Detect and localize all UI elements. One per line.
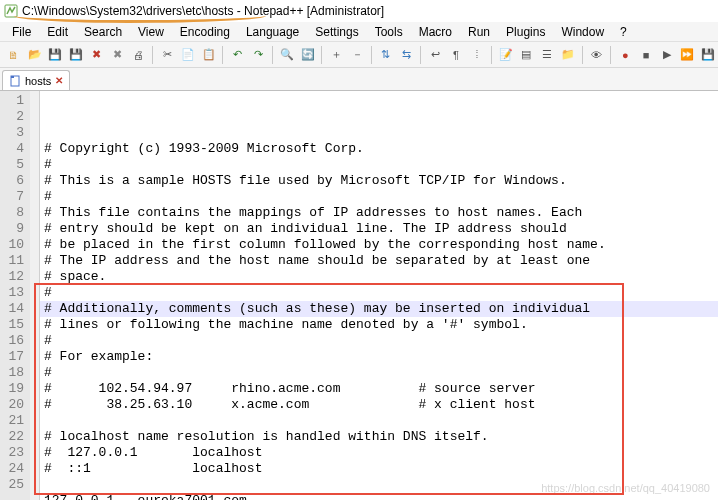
code-line[interactable]: # lines or following the machine name de… (44, 317, 718, 333)
redo-icon[interactable]: ↷ (248, 45, 268, 65)
fold-margin (30, 91, 40, 500)
toolbar-separator (610, 46, 611, 64)
cut-icon[interactable]: ✂ (157, 45, 177, 65)
line-number: 24 (0, 461, 24, 477)
code-line[interactable]: # Copyright (c) 1993-2009 Microsoft Corp… (44, 141, 718, 157)
menu-tools[interactable]: Tools (367, 23, 411, 41)
line-number: 22 (0, 429, 24, 445)
code-area[interactable]: # Copyright (c) 1993-2009 Microsoft Corp… (40, 91, 718, 500)
monitor-icon[interactable]: 👁 (587, 45, 607, 65)
menu-view[interactable]: View (130, 23, 172, 41)
doc-map-icon[interactable]: ▤ (516, 45, 536, 65)
code-line[interactable]: # 102.54.94.97 rhino.acme.com # source s… (44, 381, 718, 397)
line-number: 3 (0, 125, 24, 141)
tab-close-icon[interactable]: ✕ (55, 75, 63, 86)
code-line[interactable]: # This file contains the mappings of IP … (44, 205, 718, 221)
code-line[interactable]: # 127.0.0.1 localhost (44, 445, 718, 461)
wordwrap-icon[interactable]: ↩ (425, 45, 445, 65)
menu-macro[interactable]: Macro (411, 23, 460, 41)
code-line[interactable]: # (44, 365, 718, 381)
paste-icon[interactable]: 📋 (199, 45, 219, 65)
menu-file[interactable]: File (4, 23, 39, 41)
menu-encoding[interactable]: Encoding (172, 23, 238, 41)
toolbar-separator (272, 46, 273, 64)
close-icon[interactable]: ✖ (87, 45, 107, 65)
save-icon[interactable]: 💾 (46, 45, 66, 65)
tab-hosts[interactable]: hosts ✕ (2, 70, 70, 90)
func-list-icon[interactable]: ☰ (537, 45, 557, 65)
sync-v-icon[interactable]: ⇅ (376, 45, 396, 65)
indentguide-icon[interactable]: ⦙ (467, 45, 487, 65)
copy-icon[interactable]: 📄 (178, 45, 198, 65)
code-line[interactable]: 127.0.0.1 eureka7001.com (44, 493, 718, 500)
folder-tree-icon[interactable]: 📁 (558, 45, 578, 65)
toolbar-separator (152, 46, 153, 64)
line-number: 9 (0, 221, 24, 237)
editor[interactable]: 1234567891011121314151617181920212223242… (0, 90, 718, 500)
code-line[interactable]: # (44, 333, 718, 349)
new-file-icon[interactable]: 🗎 (4, 45, 24, 65)
save-all-icon[interactable]: 💾 (66, 45, 86, 65)
line-number: 1 (0, 93, 24, 109)
menu-window[interactable]: Window (553, 23, 612, 41)
record-macro-icon[interactable]: ● (615, 45, 635, 65)
code-line[interactable]: # (44, 157, 718, 173)
code-line[interactable]: # (44, 189, 718, 205)
line-number: 21 (0, 413, 24, 429)
toolbar-separator (582, 46, 583, 64)
code-line[interactable]: # ::1 localhost (44, 461, 718, 477)
code-line[interactable]: # For example: (44, 349, 718, 365)
replace-icon[interactable]: 🔄 (298, 45, 318, 65)
toolbar-separator (491, 46, 492, 64)
menu-run[interactable]: Run (460, 23, 498, 41)
sync-h-icon[interactable]: ⇆ (397, 45, 417, 65)
code-line[interactable]: # (44, 285, 718, 301)
toolbar-separator (222, 46, 223, 64)
play-multi-icon[interactable]: ⏩ (678, 45, 698, 65)
save-macro-icon[interactable]: 💾 (698, 45, 718, 65)
line-number: 6 (0, 173, 24, 189)
line-number: 17 (0, 349, 24, 365)
zoom-in-icon[interactable]: ＋ (326, 45, 346, 65)
code-line[interactable]: # entry should be kept on an individual … (44, 221, 718, 237)
code-line[interactable]: # space. (44, 269, 718, 285)
line-number: 10 (0, 237, 24, 253)
stop-macro-icon[interactable]: ■ (636, 45, 656, 65)
menu-plugins[interactable]: Plugins (498, 23, 553, 41)
menu-edit[interactable]: Edit (39, 23, 76, 41)
tabstrip: hosts ✕ (0, 68, 718, 90)
toolbar-separator (321, 46, 322, 64)
zoom-out-icon[interactable]: － (347, 45, 367, 65)
code-line[interactable] (44, 477, 718, 493)
print-icon[interactable]: 🖨 (129, 45, 149, 65)
titlebar: C:\Windows\System32\drivers\etc\hosts - … (0, 0, 718, 22)
allchars-icon[interactable]: ¶ (446, 45, 466, 65)
menu-search[interactable]: Search (76, 23, 130, 41)
line-number: 20 (0, 397, 24, 413)
code-line[interactable]: # This is a sample HOSTS file used by Mi… (44, 173, 718, 189)
line-number: 14 (0, 301, 24, 317)
find-icon[interactable]: 🔍 (277, 45, 297, 65)
menu-language[interactable]: Language (238, 23, 307, 41)
code-line[interactable]: # be placed in the first column followed… (44, 237, 718, 253)
line-number: 23 (0, 445, 24, 461)
undo-icon[interactable]: ↶ (227, 45, 247, 65)
menu-settings[interactable]: Settings (307, 23, 366, 41)
line-number: 15 (0, 317, 24, 333)
play-macro-icon[interactable]: ▶ (657, 45, 677, 65)
menu-[interactable]: ? (612, 23, 635, 41)
code-line[interactable]: # Additionally, comments (such as these)… (44, 301, 718, 317)
toolbar-separator (371, 46, 372, 64)
open-file-icon[interactable]: 📂 (25, 45, 45, 65)
svg-rect-2 (11, 76, 14, 78)
window-title: C:\Windows\System32\drivers\etc\hosts - … (22, 4, 384, 18)
tab-label: hosts (25, 75, 51, 87)
code-line[interactable]: # localhost name resolution is handled w… (44, 429, 718, 445)
code-line[interactable]: # The IP address and the host name shoul… (44, 253, 718, 269)
code-line[interactable] (44, 413, 718, 429)
lang-icon[interactable]: 📝 (496, 45, 516, 65)
menubar: FileEditSearchViewEncodingLanguageSettin… (0, 22, 718, 42)
code-line[interactable]: # 38.25.63.10 x.acme.com # x client host (44, 397, 718, 413)
close-all-icon[interactable]: ✖ (108, 45, 128, 65)
line-number: 7 (0, 189, 24, 205)
